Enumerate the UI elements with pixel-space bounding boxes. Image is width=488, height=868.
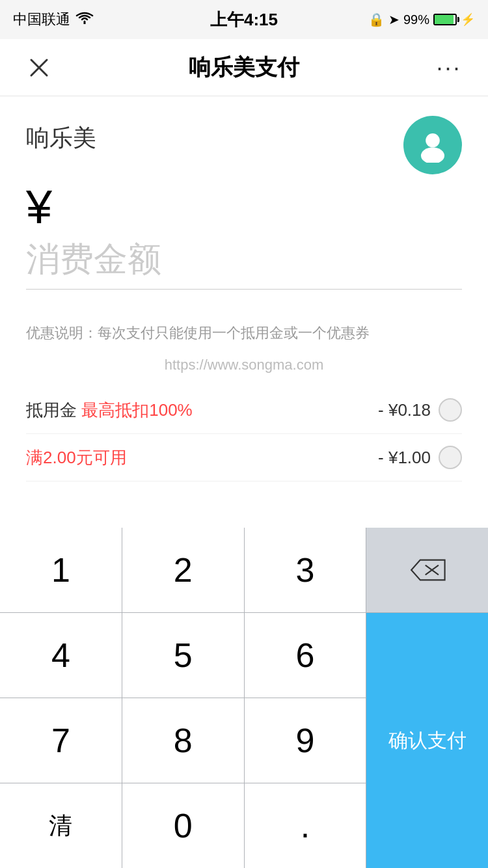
keyboard-grid: 1 2 3 4 5 6 确认支付 7 8 9 清 0 .: [0, 528, 488, 868]
discount-right-2: - ¥1.00: [378, 446, 462, 469]
status-left: 中国联通: [13, 10, 94, 29]
status-time: 上午4:15: [210, 8, 278, 31]
more-icon: ···: [436, 54, 461, 81]
status-bar: 中国联通 上午4:15 🔒 ➤ 99% ⚡: [0, 0, 488, 39]
discount-section: 优惠说明：每次支付只能使用一个抵用金或一个优惠券 https://www.son…: [26, 309, 462, 495]
discount-amount-1: - ¥0.18: [378, 400, 431, 420]
discount-row-1[interactable]: 抵用金 最高抵扣100% - ¥0.18: [26, 387, 462, 434]
carrier-label: 中国联通: [13, 10, 70, 29]
key-8[interactable]: 8: [122, 698, 244, 783]
radio-1[interactable]: [439, 398, 462, 422]
key-dot[interactable]: .: [245, 783, 366, 868]
wifi-icon: [75, 11, 94, 28]
content-area: 响乐美 ¥ 消费金额 优惠说明：每次支付只能使用一个抵用金或一个优惠券 http…: [0, 96, 488, 528]
radio-2[interactable]: [439, 446, 462, 469]
key-0[interactable]: 0: [122, 783, 244, 868]
avatar: [403, 116, 462, 174]
discount-highlight-1: 最高抵扣100%: [81, 400, 193, 420]
battery-percent: 99%: [403, 12, 429, 27]
key-4[interactable]: 4: [0, 613, 122, 698]
delete-icon: [408, 557, 447, 583]
key-6[interactable]: 6: [245, 613, 366, 698]
amount-placeholder: 消费金额: [26, 240, 161, 278]
currency-symbol: ¥: [26, 183, 52, 230]
svg-point-2: [426, 133, 440, 148]
merchant-name: 响乐美: [26, 122, 462, 154]
close-button[interactable]: [20, 48, 59, 87]
discount-note: 优惠说明：每次支付只能使用一个抵用金或一个优惠券: [26, 322, 462, 344]
discount-row-2[interactable]: 满2.00元可用 - ¥1.00: [26, 434, 462, 481]
key-7[interactable]: 7: [0, 698, 122, 783]
key-5[interactable]: 5: [122, 613, 244, 698]
key-9[interactable]: 9: [245, 698, 366, 783]
key-clear[interactable]: 清: [0, 783, 122, 868]
battery-icon: [433, 14, 457, 25]
discount-amount-2: - ¥1.00: [378, 448, 431, 468]
nav-bar: 响乐美支付 ···: [0, 39, 488, 96]
status-right: 🔒 ➤ 99% ⚡: [368, 12, 475, 27]
key-3[interactable]: 3: [245, 528, 366, 612]
promo-label-2: 满2.00元可用: [26, 446, 127, 469]
amount-section: ¥: [26, 180, 462, 230]
amount-input-row[interactable]: 消费金额: [26, 237, 462, 290]
watermark-text: https://www.songma.com: [26, 357, 462, 373]
more-button[interactable]: ···: [429, 48, 468, 87]
key-2[interactable]: 2: [122, 528, 244, 612]
key-1[interactable]: 1: [0, 528, 122, 612]
discount-label-1: 抵用金 最高抵扣100%: [26, 399, 193, 422]
user-icon: [415, 128, 450, 163]
discount-right-1: - ¥0.18: [378, 398, 462, 422]
location-icon: ➤: [388, 12, 400, 27]
lock-icon: 🔒: [368, 12, 385, 27]
svg-point-3: [421, 148, 444, 163]
confirm-button[interactable]: 确认支付: [366, 613, 488, 868]
key-delete[interactable]: [366, 528, 488, 612]
page-title: 响乐美支付: [189, 53, 299, 83]
charging-icon: ⚡: [461, 12, 475, 27]
keyboard-area: 1 2 3 4 5 6 确认支付 7 8 9 清 0 .: [0, 528, 488, 868]
